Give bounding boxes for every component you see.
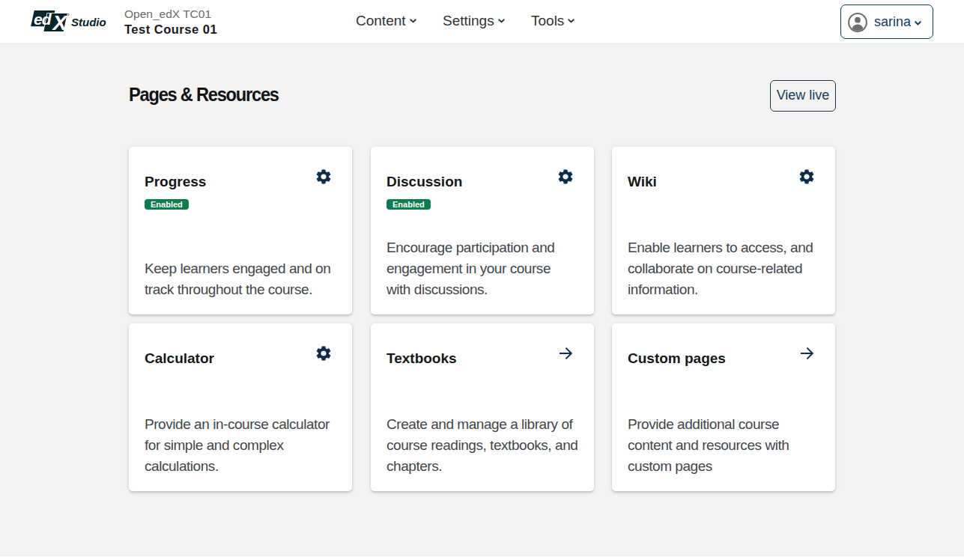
svg-text:X: X xyxy=(52,11,69,33)
svg-text:Studio: Studio xyxy=(71,16,106,28)
svg-text:ed: ed xyxy=(34,10,52,28)
